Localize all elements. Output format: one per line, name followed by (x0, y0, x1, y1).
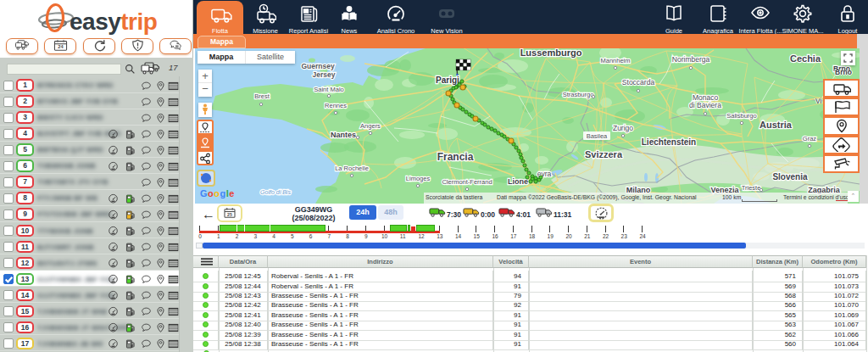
svg-text:Brest: Brest (254, 92, 270, 100)
svg-text:La Rochelle: La Rochelle (335, 165, 369, 172)
svg-text:Cechia: Cechia (790, 53, 821, 64)
svg-text:Mannheim: Mannheim (600, 57, 630, 64)
svg-text:Lione: Lione (508, 177, 528, 186)
svg-text:Clermont-Ferrand: Clermont-Ferrand (442, 178, 492, 186)
svg-text:24: 24 (58, 44, 64, 49)
svg-text:di Baviera: di Baviera (689, 101, 721, 109)
svg-text:easytrip: easytrip (70, 8, 157, 35)
svg-text:Trieste: Trieste (742, 184, 761, 192)
svg-text:25: 25 (227, 212, 232, 217)
svg-text:Lussemburgo: Lussemburgo (520, 48, 582, 58)
svg-text:Svizzera: Svizzera (585, 149, 623, 159)
svg-text:Stoccarda: Stoccarda (622, 78, 655, 87)
svg-text:Jersey: Jersey (313, 70, 336, 79)
svg-text:Rennes: Rennes (325, 102, 347, 109)
svg-text:Liechtenstein: Liechtenstein (642, 137, 696, 147)
svg-text:Limoges: Limoges (406, 175, 431, 182)
svg-text:Slovenia: Slovenia (772, 172, 808, 182)
svg-text:Basilea: Basilea (587, 132, 608, 140)
svg-text:Angers: Angers (360, 122, 381, 130)
svg-text:Nantes: Nantes (331, 131, 356, 139)
svg-text:Austria: Austria (760, 120, 793, 130)
svg-text:Strasburgo: Strasburgo (563, 91, 594, 98)
svg-text:Salisburgo: Salisburgo (726, 112, 756, 120)
svg-text:Norimberga: Norimberga (672, 55, 710, 64)
svg-text:Saint Malo: Saint Malo (314, 86, 343, 93)
svg-text:Guernsey: Guernsey (301, 62, 334, 70)
svg-text:Golfo di Bis: Golfo di Bis (260, 189, 291, 195)
svg-text:Graz: Graz (803, 135, 817, 142)
svg-text:Parigi: Parigi (436, 75, 459, 85)
svg-text:Zurigo: Zurigo (613, 124, 633, 132)
svg-text:Francia: Francia (437, 151, 474, 163)
